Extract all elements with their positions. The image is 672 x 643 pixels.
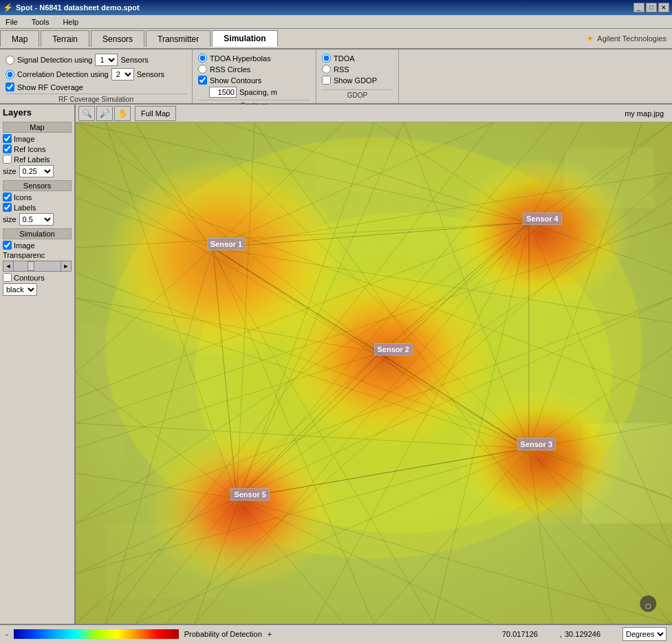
statusbar: - Probability of Detection + 70.017126 ,… [0, 624, 672, 643]
heatmap-svg: ⬡ [76, 122, 672, 624]
map-group-label: Map [3, 122, 72, 133]
pan-button[interactable]: ✋ [114, 106, 131, 121]
gdop-rss-row: RSS [322, 65, 393, 74]
zoom-out-button[interactable]: 🔎 [96, 106, 113, 121]
trans-right-btn[interactable]: ► [61, 261, 72, 272]
correlation-detection-select[interactable]: 1234 [111, 68, 134, 80]
tdoa-hyperbolas-row: TDOA Hyperbolas [198, 54, 310, 63]
gdop-tdoa-radio[interactable] [322, 54, 331, 63]
main-area: Layers Map Image Ref Icons Ref Labels si… [0, 105, 672, 624]
menu-file[interactable]: File [3, 17, 21, 28]
rss-circles-row: RSS Circles [198, 65, 310, 74]
sensor-icons-item: Icons [3, 193, 72, 201]
show-gdop-row: Show GDOP [322, 76, 393, 85]
coord-separator: , [560, 630, 562, 638]
signal-detection-label: Signal Detection using [17, 56, 92, 64]
contours-item: Contours [3, 273, 72, 282]
map-size-row: size 0.250.51.02.0 [3, 165, 72, 177]
show-contours-checkbox[interactable] [198, 76, 207, 85]
rf-coverage-row: Show RF Coverage [6, 83, 186, 91]
sim-image-checkbox[interactable] [3, 241, 12, 250]
sensor-icons-checkbox[interactable] [3, 193, 12, 201]
show-gdop-checkbox[interactable] [322, 76, 331, 85]
sensor-labels-checkbox[interactable] [3, 203, 12, 212]
map-size-select[interactable]: 0.250.51.02.0 [19, 165, 54, 177]
color-select[interactable]: blackwhiteredblue [3, 283, 37, 296]
sim-image-item: Image [3, 241, 72, 250]
sensor-size-select[interactable]: 0.250.51.02.0 [19, 213, 54, 226]
trans-track[interactable] [14, 261, 61, 272]
signal-detection-row: Signal Detection using 1234 Sensors [6, 54, 186, 66]
controls-panel: Signal Detection using 1234 Sensors Corr… [0, 50, 672, 105]
contours-sim-checkbox[interactable] [3, 273, 12, 282]
gdop-rss-label: RSS [334, 65, 349, 74]
correlation-detection-radio[interactable] [6, 70, 14, 79]
sensor-icons-label: Icons [14, 193, 32, 201]
sensor-size-row: size 0.250.51.02.0 [3, 213, 72, 226]
rss-circles-radio[interactable] [198, 65, 207, 74]
titlebar: ⚡ Spot - N6841 datasheet demo.spot _ □ ✕ [0, 0, 672, 15]
signal-sensors-label: Sensors [120, 56, 148, 64]
layers-title: Layers [3, 107, 72, 118]
gdop-rss-radio[interactable] [322, 65, 331, 74]
signal-detection-radio[interactable] [6, 56, 14, 65]
spacing-input[interactable] [209, 87, 237, 98]
close-button[interactable]: ✕ [658, 3, 669, 12]
signal-detection-select[interactable]: 1234 [95, 54, 118, 66]
units-select[interactable]: DegreesDMSUTM [622, 627, 666, 641]
titlebar-left: ⚡ Spot - N6841 datasheet demo.spot [3, 3, 140, 12]
correlation-detection-label: Correlation Detection using [17, 70, 109, 78]
sim-image-label: Image [14, 241, 35, 250]
menu-help[interactable]: Help [60, 17, 81, 28]
brand-section: ✦ Agilent Technologies [586, 33, 672, 44]
ref-icons-checkbox[interactable] [3, 144, 12, 153]
tab-sensors[interactable]: Sensors [91, 30, 144, 47]
gdop-tdoa-row: TDOA [322, 54, 393, 63]
ref-icons-label: Ref Icons [14, 145, 45, 153]
ref-icons-layer-item: Ref Icons [3, 144, 72, 153]
titlebar-controls[interactable]: _ □ ✕ [633, 3, 669, 12]
rf-coverage-section-label: RF Coverage Simulation [6, 94, 186, 103]
transparency-label: Transparenc [3, 251, 45, 259]
gdop-section: TDOA RSS Show GDOP GDOP [316, 50, 399, 103]
tdoa-hyperbolas-radio[interactable] [198, 54, 207, 63]
menu-tools[interactable]: Tools [29, 17, 52, 28]
contours-sim-label: Contours [14, 274, 45, 282]
image-checkbox[interactable] [3, 134, 12, 143]
tab-simulation[interactable]: Simulation [212, 30, 277, 47]
minus-label: - [6, 630, 8, 638]
show-contours-row: Show Contours [198, 76, 310, 85]
spacing-unit-label: Spacing, m [239, 88, 277, 96]
zoom-in-button[interactable]: 🔍 [78, 106, 95, 121]
simulation-group-label: Simulation [3, 228, 72, 239]
app-icon: ⚡ [3, 3, 13, 12]
map-size-label: size [3, 167, 17, 175]
svg-rect-17 [76, 122, 672, 624]
correlation-detection-row: Correlation Detection using 1234 Sensors [6, 68, 186, 80]
gdop-section-label: GDOP [322, 89, 393, 99]
trans-left-btn[interactable]: ◄ [3, 261, 14, 272]
rf-coverage-label: Show RF Coverage [17, 83, 83, 91]
full-map-button[interactable]: Full Map [135, 106, 176, 121]
rf-coverage-checkbox[interactable] [6, 83, 14, 91]
sensor-labels-item: Labels [3, 203, 72, 212]
minimize-button[interactable]: _ [633, 3, 644, 12]
maximize-button[interactable]: □ [646, 3, 657, 12]
rss-circles-label: RSS Circles [210, 65, 250, 74]
color-row: blackwhiteredblue [3, 283, 72, 296]
transparency-slider[interactable]: ◄ ► [3, 261, 72, 272]
brand-label: Agilent Technologies [597, 34, 666, 43]
sensors-group-label: Sensors [3, 180, 72, 191]
ref-labels-label: Ref Labels [14, 155, 50, 164]
show-gdop-label: Show GDOP [334, 76, 377, 85]
sensor-size-label: size [3, 215, 17, 224]
tab-transmitter[interactable]: Transmitter [146, 30, 210, 47]
contours-section: TDOA Hyperbolas RSS Circles Show Contour… [193, 50, 316, 103]
trans-thumb[interactable] [28, 261, 34, 271]
tab-terrain[interactable]: Terrain [41, 30, 89, 47]
tab-map[interactable]: Map [0, 30, 39, 47]
ref-labels-checkbox[interactable] [3, 155, 12, 164]
map-canvas[interactable]: ⬡ Sensor 1 Sensor 2 Sensor 3 Sensor 4 Se… [76, 122, 672, 624]
coords-section: 70.017126 , 30.129246 DegreesDMSUTM [497, 627, 672, 641]
show-contours-label: Show Contours [210, 76, 261, 85]
